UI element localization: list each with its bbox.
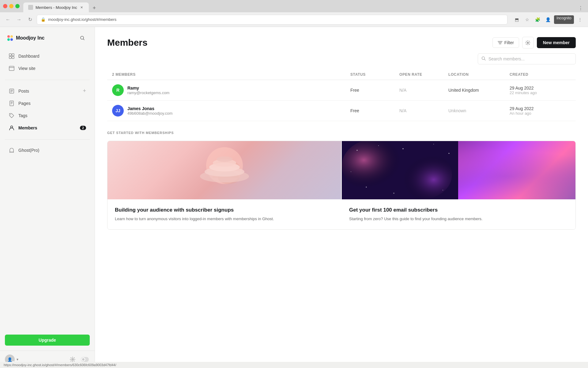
sidebar-search-button[interactable]: [77, 33, 87, 43]
minimize-window-button[interactable]: [9, 4, 13, 8]
sidebar: Moodjoy Inc Dashboard View site: [0, 27, 95, 368]
card-1-illustration: [194, 146, 255, 195]
tab-title: Members - Moodjoy Inc: [36, 5, 77, 10]
extensions-icon[interactable]: 🧩: [533, 15, 542, 24]
table-row[interactable]: JJ James Jonas 49b608ab@moodjoy.com Free…: [107, 101, 576, 121]
member-location-1: Unknown: [448, 108, 510, 113]
member-name-0: Ramy: [127, 86, 169, 90]
traffic-lights: [3, 4, 20, 8]
card-1[interactable]: Building your audience with subscriber s…: [107, 141, 341, 229]
posts-label: Posts: [18, 89, 29, 94]
filter-icon: [498, 40, 503, 45]
member-email-0: ramy@rocketgems.com: [127, 90, 169, 95]
svg-point-18: [72, 359, 74, 360]
pages-label: Pages: [18, 101, 31, 106]
sidebar-item-view-site[interactable]: View site: [5, 63, 90, 74]
status-bar: https://moodjoy-inc.ghost.io/ghost/#/mem…: [0, 362, 588, 368]
card-1-desc: Learn how to turn anonymous visitors int…: [115, 216, 334, 222]
member-info-0: R Ramy ramy@rocketgems.com: [112, 84, 350, 96]
col-created: CREATED: [510, 72, 571, 77]
sidebar-divider-1: [5, 80, 90, 80]
header-actions: Filter New member: [492, 37, 576, 48]
brand-dot-4: [10, 38, 13, 41]
sidebar-item-pages[interactable]: Pages: [5, 98, 90, 109]
brand-logo: [7, 35, 13, 41]
card-2-title: Get your first 100 email subscribers: [349, 207, 568, 213]
search-icon: [481, 56, 486, 62]
sidebar-item-posts[interactable]: Posts +: [5, 85, 90, 97]
svg-point-25: [527, 42, 529, 43]
card-2[interactable]: Get your first 100 email subscribers Sta…: [342, 141, 575, 229]
svg-rect-12: [10, 101, 13, 106]
svg-rect-6: [9, 66, 14, 71]
sidebar-nav-content: Posts + Pages Tags Members 2: [0, 82, 95, 137]
sidebar-item-dashboard[interactable]: Dashboard: [5, 50, 90, 62]
member-created-ago-0: 22 minutes ago: [510, 90, 571, 95]
member-details-1: James Jonas 49b608ab@moodjoy.com: [127, 106, 172, 116]
app: Moodjoy Inc Dashboard View site: [0, 27, 588, 368]
svg-rect-2: [9, 54, 11, 56]
member-created-1: 29 Aug 2022 An hour ago: [510, 106, 571, 116]
tags-icon: [9, 113, 15, 119]
browser-menu-button[interactable]: ⋮: [576, 4, 585, 12]
members-settings-button[interactable]: [522, 37, 534, 48]
bookmark-icon[interactable]: ☆: [523, 15, 531, 24]
svg-point-37: [378, 145, 379, 146]
member-details-0: Ramy ramy@rocketgems.com: [127, 86, 169, 95]
close-window-button[interactable]: [3, 4, 7, 8]
main-content: Members Filter New member: [95, 27, 588, 368]
new-member-button[interactable]: New member: [537, 37, 576, 48]
col-open-rate: OPEN RATE: [399, 72, 448, 77]
svg-point-44: [393, 193, 394, 194]
browser-actions: ⬒ ☆ 🧩 👤 Incognito ⋮: [512, 15, 584, 24]
svg-point-41: [351, 171, 351, 172]
brand-name: Moodjoy Inc: [16, 35, 44, 41]
forward-button[interactable]: →: [15, 15, 23, 24]
page-title: Members: [107, 37, 148, 48]
search-bar-row: [95, 53, 588, 69]
sidebar-item-tags[interactable]: Tags: [5, 110, 90, 121]
new-tab-button[interactable]: +: [90, 4, 99, 12]
member-location-0: United Kingdom: [448, 88, 510, 93]
member-status-0: Free: [350, 88, 399, 93]
svg-point-32: [217, 156, 232, 162]
svg-point-39: [433, 144, 434, 144]
dashboard-icon: [9, 53, 15, 59]
cast-icon[interactable]: ⬒: [512, 15, 521, 24]
sidebar-item-members[interactable]: Members 2: [5, 122, 90, 134]
member-created-0: 29 Aug 2022 22 minutes ago: [510, 86, 571, 95]
incognito-button[interactable]: Incognito: [554, 15, 574, 24]
svg-point-21: [82, 358, 85, 361]
sidebar-item-ghost-pro[interactable]: Ghost(Pro): [5, 144, 90, 156]
table-row[interactable]: R Ramy ramy@rocketgems.com Free N/A Unit…: [107, 80, 576, 101]
svg-point-16: [10, 114, 11, 115]
browser-tabs: Members - Moodjoy Inc ✕ + ⋮: [0, 0, 588, 12]
maximize-window-button[interactable]: [15, 4, 20, 8]
svg-line-27: [484, 59, 486, 60]
upgrade-button[interactable]: Upgrade: [5, 335, 90, 346]
svg-rect-3: [12, 54, 14, 56]
view-site-label: View site: [18, 66, 36, 71]
search-input[interactable]: [478, 53, 576, 64]
card-2-content: Get your first 100 email subscribers Sta…: [342, 199, 575, 229]
cards-grid: Building your audience with subscriber s…: [107, 141, 576, 230]
profile-icon[interactable]: 👤: [544, 15, 552, 24]
filter-button[interactable]: Filter: [492, 37, 519, 48]
browser-menu-icon[interactable]: ⋮: [576, 15, 584, 24]
refresh-button[interactable]: ↻: [26, 15, 34, 24]
back-button[interactable]: ←: [4, 15, 12, 24]
add-post-button[interactable]: +: [83, 88, 86, 94]
address-bar[interactable]: 🔒 moodjoy-inc.ghost.io/ghost/#/members: [37, 15, 507, 25]
tab-close-button[interactable]: ✕: [80, 5, 84, 10]
svg-point-35: [391, 150, 452, 199]
col-members-count: 2 MEMBERS: [112, 72, 350, 77]
chevron-down-icon: ▾: [17, 357, 18, 362]
active-tab[interactable]: Members - Moodjoy Inc ✕: [23, 2, 89, 12]
browser-chrome: Members - Moodjoy Inc ✕ + ⋮ ← → ↻ 🔒 mood…: [0, 0, 588, 27]
members-table: 2 MEMBERS STATUS OPEN RATE LOCATION CREA…: [95, 69, 588, 121]
card-image-1: [107, 141, 341, 199]
dashboard-label: Dashboard: [18, 54, 40, 59]
get-started-section: GET STARTED WITH MEMBERSHIPS: [95, 121, 588, 240]
members-label: Members: [18, 125, 37, 130]
browser-toolbar: ← → ↻ 🔒 moodjoy-inc.ghost.io/ghost/#/mem…: [0, 12, 588, 27]
